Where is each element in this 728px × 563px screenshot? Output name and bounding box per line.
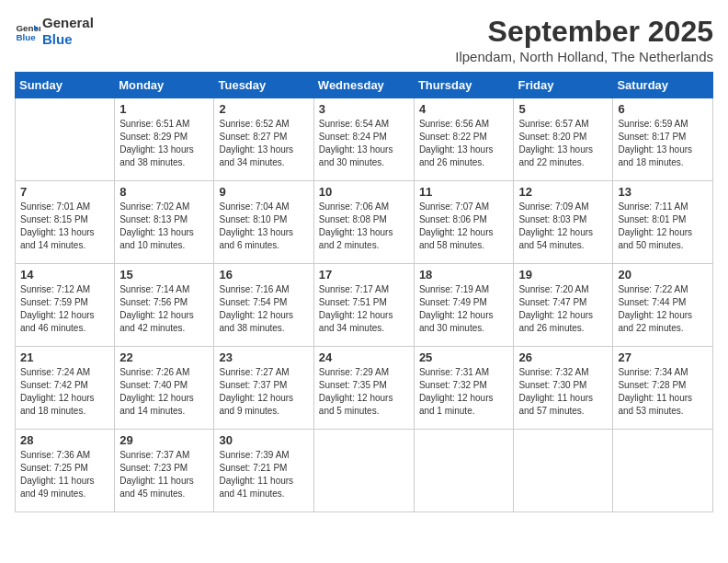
calendar-cell: 15Sunrise: 7:14 AM Sunset: 7:56 PM Dayli…: [115, 264, 214, 347]
day-number: 10: [319, 185, 409, 199]
calendar-subtitle: Ilpendam, North Holland, The Netherlands: [455, 49, 713, 64]
calendar-cell: 29Sunrise: 7:37 AM Sunset: 7:23 PM Dayli…: [115, 430, 214, 512]
day-info: Sunrise: 7:07 AM Sunset: 8:06 PM Dayligh…: [419, 201, 509, 252]
calendar-cell: 14Sunrise: 7:12 AM Sunset: 7:59 PM Dayli…: [16, 264, 115, 347]
calendar-cell: 24Sunrise: 7:29 AM Sunset: 7:35 PM Dayli…: [313, 347, 414, 430]
day-info: Sunrise: 7:09 AM Sunset: 8:03 PM Dayligh…: [518, 201, 608, 252]
day-info: Sunrise: 6:59 AM Sunset: 8:17 PM Dayligh…: [618, 118, 708, 169]
day-info: Sunrise: 7:11 AM Sunset: 8:01 PM Dayligh…: [618, 201, 708, 252]
day-info: Sunrise: 7:27 AM Sunset: 7:37 PM Dayligh…: [219, 366, 308, 418]
day-info: Sunrise: 7:12 AM Sunset: 7:59 PM Dayligh…: [20, 283, 109, 335]
calendar-header: Sunday Monday Tuesday Wednesday Thursday…: [16, 73, 713, 98]
calendar-cell: [514, 430, 613, 512]
day-number: 18: [419, 268, 509, 282]
calendar-cell: 16Sunrise: 7:16 AM Sunset: 7:54 PM Dayli…: [214, 264, 313, 347]
day-info: Sunrise: 7:04 AM Sunset: 8:10 PM Dayligh…: [219, 201, 308, 252]
calendar-cell: 22Sunrise: 7:26 AM Sunset: 7:40 PM Dayli…: [115, 347, 214, 430]
day-info: Sunrise: 7:39 AM Sunset: 7:21 PM Dayligh…: [219, 449, 308, 500]
calendar-cell: 23Sunrise: 7:27 AM Sunset: 7:37 PM Dayli…: [214, 347, 313, 430]
day-info: Sunrise: 7:19 AM Sunset: 7:49 PM Dayligh…: [419, 283, 509, 335]
day-info: Sunrise: 7:32 AM Sunset: 7:30 PM Dayligh…: [518, 366, 608, 418]
calendar-cell: 9Sunrise: 7:04 AM Sunset: 8:10 PM Daylig…: [214, 181, 313, 264]
day-number: 2: [219, 102, 308, 116]
day-info: Sunrise: 7:17 AM Sunset: 7:51 PM Dayligh…: [319, 283, 409, 335]
day-info: Sunrise: 7:29 AM Sunset: 7:35 PM Dayligh…: [319, 366, 409, 418]
calendar-cell: 18Sunrise: 7:19 AM Sunset: 7:49 PM Dayli…: [414, 264, 514, 347]
calendar-cell: [313, 430, 414, 512]
day-number: 22: [119, 350, 209, 364]
calendar-cell: 8Sunrise: 7:02 AM Sunset: 8:13 PM Daylig…: [115, 181, 214, 264]
day-info: Sunrise: 7:14 AM Sunset: 7:56 PM Dayligh…: [119, 283, 209, 335]
calendar-cell: 26Sunrise: 7:32 AM Sunset: 7:30 PM Dayli…: [514, 347, 613, 430]
day-number: 21: [20, 350, 109, 364]
header-sunday: Sunday: [16, 73, 115, 98]
calendar-cell: 10Sunrise: 7:06 AM Sunset: 8:08 PM Dayli…: [313, 181, 414, 264]
calendar-week-4: 21Sunrise: 7:24 AM Sunset: 7:42 PM Dayli…: [16, 347, 713, 430]
calendar-table: Sunday Monday Tuesday Wednesday Thursday…: [15, 72, 713, 512]
calendar-cell: 20Sunrise: 7:22 AM Sunset: 7:44 PM Dayli…: [613, 264, 713, 347]
day-info: Sunrise: 7:16 AM Sunset: 7:54 PM Dayligh…: [219, 283, 308, 335]
day-info: Sunrise: 7:31 AM Sunset: 7:32 PM Dayligh…: [419, 366, 509, 418]
calendar-cell: 4Sunrise: 6:56 AM Sunset: 8:22 PM Daylig…: [414, 98, 514, 181]
day-number: 3: [319, 102, 409, 116]
day-info: Sunrise: 6:57 AM Sunset: 8:20 PM Dayligh…: [518, 118, 608, 169]
day-number: 6: [618, 102, 708, 116]
day-number: 5: [518, 102, 608, 116]
day-info: Sunrise: 7:34 AM Sunset: 7:28 PM Dayligh…: [618, 366, 708, 418]
day-info: Sunrise: 7:02 AM Sunset: 8:13 PM Dayligh…: [119, 201, 209, 252]
header-saturday: Saturday: [613, 73, 713, 98]
day-number: 24: [319, 350, 409, 364]
calendar-cell: 3Sunrise: 6:54 AM Sunset: 8:24 PM Daylig…: [313, 98, 414, 181]
logo: General Blue General Blue: [15, 15, 94, 48]
day-number: 23: [219, 350, 308, 364]
calendar-cell: 13Sunrise: 7:11 AM Sunset: 8:01 PM Dayli…: [613, 181, 713, 264]
title-area: September 2025 Ilpendam, North Holland, …: [455, 15, 713, 64]
calendar-cell: [613, 430, 713, 512]
calendar-cell: 5Sunrise: 6:57 AM Sunset: 8:20 PM Daylig…: [514, 98, 613, 181]
day-info: Sunrise: 7:22 AM Sunset: 7:44 PM Dayligh…: [618, 283, 708, 335]
calendar-cell: 17Sunrise: 7:17 AM Sunset: 7:51 PM Dayli…: [313, 264, 414, 347]
calendar-cell: 21Sunrise: 7:24 AM Sunset: 7:42 PM Dayli…: [16, 347, 115, 430]
calendar-week-3: 14Sunrise: 7:12 AM Sunset: 7:59 PM Dayli…: [16, 264, 713, 347]
day-number: 19: [518, 268, 608, 282]
calendar-title: September 2025: [455, 15, 713, 49]
calendar-cell: 6Sunrise: 6:59 AM Sunset: 8:17 PM Daylig…: [613, 98, 713, 181]
day-number: 7: [20, 185, 109, 199]
calendar-cell: [16, 98, 115, 181]
calendar-cell: 12Sunrise: 7:09 AM Sunset: 8:03 PM Dayli…: [514, 181, 613, 264]
calendar-cell: 11Sunrise: 7:07 AM Sunset: 8:06 PM Dayli…: [414, 181, 514, 264]
day-number: 27: [618, 350, 708, 364]
day-info: Sunrise: 7:36 AM Sunset: 7:25 PM Dayligh…: [20, 449, 109, 500]
calendar-cell: 2Sunrise: 6:52 AM Sunset: 8:27 PM Daylig…: [214, 98, 313, 181]
calendar-cell: 27Sunrise: 7:34 AM Sunset: 7:28 PM Dayli…: [613, 347, 713, 430]
header-thursday: Thursday: [414, 73, 514, 98]
header-monday: Monday: [115, 73, 214, 98]
calendar-cell: 25Sunrise: 7:31 AM Sunset: 7:32 PM Dayli…: [414, 347, 514, 430]
day-info: Sunrise: 6:52 AM Sunset: 8:27 PM Dayligh…: [219, 118, 308, 169]
logo-line1: General: [42, 15, 94, 31]
day-info: Sunrise: 7:20 AM Sunset: 7:47 PM Dayligh…: [518, 283, 608, 335]
logo-line2: Blue: [42, 31, 94, 48]
day-number: 15: [119, 268, 209, 282]
day-info: Sunrise: 7:01 AM Sunset: 8:15 PM Dayligh…: [20, 201, 109, 252]
day-number: 11: [419, 185, 509, 199]
day-number: 20: [618, 268, 708, 282]
logo-icon: General Blue: [15, 18, 40, 44]
calendar-week-1: 1Sunrise: 6:51 AM Sunset: 8:29 PM Daylig…: [16, 98, 713, 181]
day-number: 9: [219, 185, 308, 199]
day-info: Sunrise: 7:24 AM Sunset: 7:42 PM Dayligh…: [20, 366, 109, 418]
svg-text:Blue: Blue: [16, 32, 36, 42]
day-number: 4: [419, 102, 509, 116]
header-tuesday: Tuesday: [214, 73, 313, 98]
day-number: 12: [518, 185, 608, 199]
day-number: 1: [119, 102, 209, 116]
day-info: Sunrise: 6:54 AM Sunset: 8:24 PM Dayligh…: [319, 118, 409, 169]
day-number: 16: [219, 268, 308, 282]
calendar-cell: 30Sunrise: 7:39 AM Sunset: 7:21 PM Dayli…: [214, 430, 313, 512]
day-number: 26: [518, 350, 608, 364]
day-number: 14: [20, 268, 109, 282]
day-number: 25: [419, 350, 509, 364]
day-info: Sunrise: 7:37 AM Sunset: 7:23 PM Dayligh…: [119, 449, 209, 500]
day-info: Sunrise: 7:06 AM Sunset: 8:08 PM Dayligh…: [319, 201, 409, 252]
calendar-week-5: 28Sunrise: 7:36 AM Sunset: 7:25 PM Dayli…: [16, 430, 713, 512]
